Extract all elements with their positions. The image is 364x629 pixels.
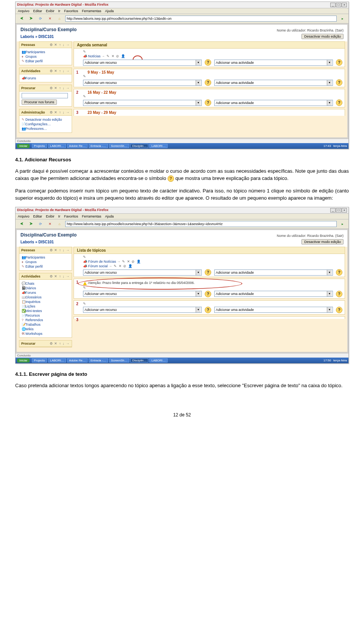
help-icon[interactable]: ? (336, 99, 342, 106)
breadcrumb[interactable]: Laboris » DISC101 (20, 240, 54, 244)
menu-item[interactable]: Ir (58, 214, 61, 218)
help-icon[interactable]: ? (205, 79, 211, 86)
taskbar-item[interactable]: ScreenSh… (109, 144, 129, 148)
help-icon[interactable]: ? (336, 269, 342, 276)
sidebar-item[interactable]: ✎Editar perfil (22, 59, 69, 63)
go-icon[interactable]: ▸ (339, 15, 346, 22)
menu-item[interactable]: Arquivo (18, 9, 30, 13)
home-icon[interactable]: ⌂ (56, 221, 63, 227)
resource-item[interactable]: 📣 Notícias → ✎ ✕ ⊘ 👤 (83, 54, 342, 58)
taskbar-item[interactable]: Disciplin… (130, 144, 149, 148)
taskbar-item[interactable]: Projecto (32, 358, 47, 363)
taskbar-item[interactable]: Projecto (32, 144, 47, 148)
sidebar-item[interactable]: 📣Foruns (22, 290, 69, 295)
back-icon[interactable]: ⮜ (18, 15, 25, 22)
add-activity-select[interactable]: Adicionar uma actividade (214, 80, 333, 86)
taskbar-item[interactable]: ScreenSh… (109, 358, 129, 363)
topic-edit-icons[interactable]: ✎ (83, 302, 342, 306)
menu-item[interactable]: Exibir (46, 214, 55, 218)
help-icon[interactable]: ? (205, 291, 211, 297)
taskbar-item[interactable]: Entrada -… (89, 358, 108, 363)
stop-icon[interactable]: ✕ (46, 15, 54, 22)
help-icon[interactable]: ? (205, 269, 211, 276)
toggle-edit-button[interactable]: Desactivar modo edição (301, 239, 344, 244)
menu-item[interactable]: Ajuda (105, 9, 114, 13)
start-button[interactable]: Iniciar (17, 358, 30, 363)
sidebar-item[interactable]: 📝Trabalhos (22, 322, 69, 327)
search-button[interactable]: Procurar nos foruns (22, 99, 57, 105)
help-icon[interactable]: ? (205, 59, 211, 66)
sidebar-item[interactable]: 📓Diários (22, 286, 69, 290)
sidebar-item[interactable]: 💬Chats (22, 281, 69, 286)
resource-item[interactable]: 📣 Fórum social → ✎ ✕ ⊘ 👤 (83, 264, 342, 268)
sidebar-item[interactable]: ♦Grupos (22, 54, 69, 59)
close-icon[interactable]: × (342, 208, 347, 213)
taskbar-item[interactable]: Disciplin… (130, 358, 149, 363)
toggle-edit-button[interactable]: Desactivar modo edição (301, 34, 344, 39)
sidebar-item[interactable]: 👥Participantes (22, 50, 69, 54)
sidebar-item[interactable]: ✎Desactivar modo edição (22, 117, 69, 122)
go-icon[interactable]: ▸ (339, 221, 346, 227)
add-activity-select[interactable]: Adicionar uma actividade (214, 270, 333, 276)
sidebar-item[interactable]: 📣Foruns (22, 76, 69, 80)
url-field[interactable]: http://www.laboris.isep.ipp.pt/moodle/co… (65, 16, 337, 22)
start-button[interactable]: Iniciar (17, 144, 30, 148)
help-icon[interactable]: ? (336, 59, 342, 66)
help-icon[interactable]: ? (205, 99, 211, 106)
block-controls[interactable]: ⚙ ✕ ↑ ↓ → (50, 274, 70, 278)
menu-item[interactable]: Editar (33, 9, 42, 13)
add-activity-select[interactable]: Adicionar uma actividade (214, 60, 333, 66)
help-icon[interactable]: ? (336, 291, 342, 297)
maximize-icon[interactable]: □ (336, 3, 341, 7)
sidebar-item[interactable]: 👥Participantes (22, 255, 69, 260)
sidebar-item[interactable]: ✎Editar perfil (22, 264, 69, 269)
sidebar-item[interactable]: ✅Mini-testes (22, 309, 69, 313)
search-input[interactable] (22, 93, 68, 98)
menu-item[interactable]: Favoritos (64, 214, 78, 218)
reload-icon[interactable]: ⟳ (37, 15, 44, 22)
taskbar-item[interactable]: LABORI… (149, 358, 167, 363)
breadcrumb[interactable]: Laboris » DISC101 (20, 35, 54, 39)
menu-item[interactable]: Ferramentas (82, 9, 101, 13)
add-resource-select[interactable]: Adicionar um recurso (83, 307, 202, 313)
menu-item[interactable]: Exibir (46, 9, 55, 13)
back-icon[interactable]: ⮜ (18, 221, 25, 227)
reload-icon[interactable]: ⟳ (37, 221, 44, 227)
block-controls[interactable]: ⚙ ✕ ↑ ↓ → (50, 43, 70, 47)
add-resource-select[interactable]: Adicionar um recurso (83, 270, 202, 276)
topic-edit-icons[interactable]: ✎ (83, 50, 342, 54)
help-icon[interactable]: ? (336, 307, 342, 313)
add-activity-select[interactable]: Adicionar uma actividade (214, 100, 333, 106)
forward-icon[interactable]: ⮞ (27, 221, 35, 227)
sidebar-item[interactable]: 🌐Wikis (22, 327, 69, 331)
sidebar-item[interactable]: ♦Grupos (22, 260, 69, 264)
minimize-icon[interactable]: _ (330, 208, 336, 213)
resource-item[interactable]: 📣 Fórum de Notícias → ✎ ✕ ⊘ 👤 (83, 260, 342, 263)
block-controls[interactable]: ⚙ ✕ ↑ ↓ → (50, 86, 70, 90)
add-activity-select[interactable]: Adicionar uma actividade (214, 307, 333, 313)
minimize-icon[interactable]: _ (330, 3, 336, 7)
menu-item[interactable]: Arquivo (18, 214, 30, 218)
sidebar-item[interactable]: 📄Recursos (22, 313, 69, 318)
maximize-icon[interactable]: □ (336, 208, 341, 213)
block-controls[interactable]: ⚙ ✕ ↑ ↓ → (50, 110, 70, 114)
add-resource-select[interactable]: Adicionar um recurso (83, 291, 202, 297)
menu-item[interactable]: Favoritos (64, 9, 78, 13)
taskbar-item[interactable]: LABORI… (48, 144, 66, 148)
topic-edit-icons[interactable]: ✎ (83, 286, 342, 290)
url-field[interactable]: http://www.laboris.isep.ipp.pt/moodle/co… (65, 221, 337, 227)
block-controls[interactable]: ⚙ ✕ ↑ ↓ → (50, 248, 70, 252)
taskbar-item[interactable]: LABORI… (149, 144, 167, 148)
sidebar-item[interactable]: 📖Glossários (22, 295, 69, 300)
block-controls[interactable]: ⚙ ✕ ↑ ↓ → (50, 69, 70, 73)
add-resource-select[interactable]: Adicionar um recurso (83, 80, 202, 86)
add-activity-select[interactable]: Adicionar uma actividade (214, 291, 333, 297)
topic-edit-icons[interactable]: ✎ (83, 255, 342, 259)
sidebar-item[interactable]: 📋Inquéritos (22, 300, 69, 304)
help-icon[interactable]: ? (336, 79, 342, 86)
add-resource-select[interactable]: Adicionar um recurso (83, 100, 202, 106)
menu-item[interactable]: Ajuda (105, 214, 114, 218)
topic-edit-icons[interactable]: ✎ (83, 95, 342, 98)
sidebar-item[interactable]: 📑Lições (22, 304, 69, 309)
sidebar-item[interactable]: ?Referendos (22, 318, 69, 322)
